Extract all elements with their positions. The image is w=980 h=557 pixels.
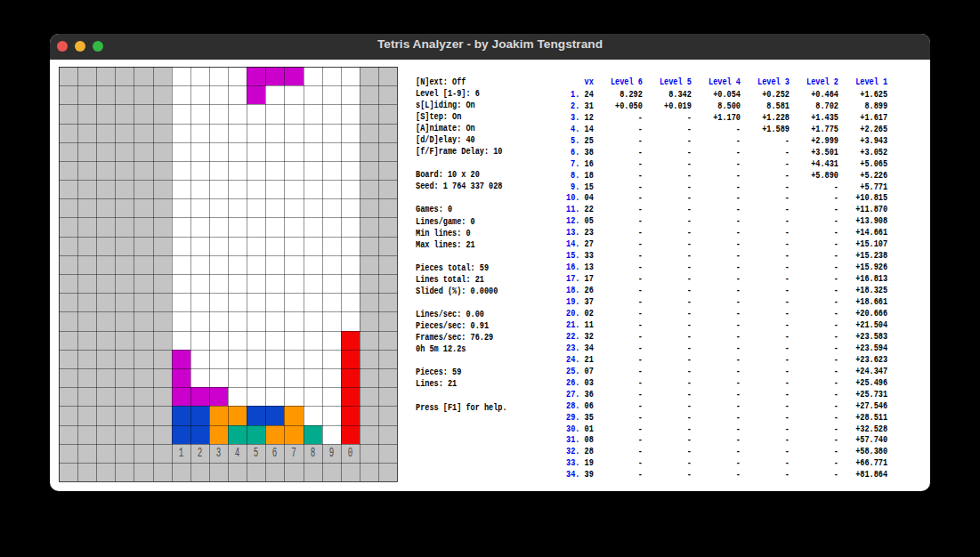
svg-text:0: 0 xyxy=(348,445,353,460)
svg-text:3: 3 xyxy=(216,445,222,460)
svg-text:9: 9 xyxy=(329,445,335,460)
svg-text:7: 7 xyxy=(291,445,296,460)
svg-text:2: 2 xyxy=(198,445,203,460)
svg-text:6: 6 xyxy=(272,445,278,460)
svg-text:4: 4 xyxy=(235,445,240,460)
svg-text:1: 1 xyxy=(179,445,184,460)
svg-text:8: 8 xyxy=(311,445,316,460)
svg-text:5: 5 xyxy=(254,445,259,460)
